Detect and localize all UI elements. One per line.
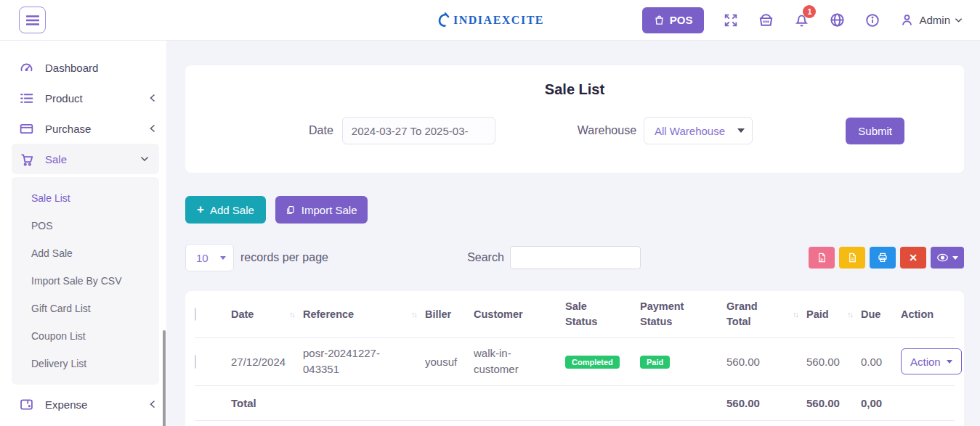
submenu-item-import-sale-by-csv[interactable]: Import Sale By CSV	[31, 267, 159, 295]
paste-icon	[286, 205, 296, 216]
sort-icon[interactable]: ↑↓	[847, 310, 852, 319]
total-paid: 560.00	[806, 385, 861, 420]
page-title: Sale List	[185, 81, 964, 98]
caret-down-icon	[220, 256, 226, 260]
sort-icon[interactable]: ↑↓	[289, 310, 294, 319]
top-header: INDIAEXCITE POS 1 Admin	[0, 0, 980, 41]
sidebar-item-product[interactable]: Product	[0, 83, 166, 113]
sales-table: Date↑↓ Reference↑↓ Biller Customer Sale …	[195, 291, 955, 421]
cell-customer: walk-in-customer	[474, 337, 565, 385]
warehouse-label: Warehouse	[578, 124, 636, 137]
table-total-row: Total 560.00 560.00 0,00	[195, 385, 955, 420]
row-checkbox[interactable]	[195, 355, 196, 369]
sidebar: Dashboard Product Purchase Sale	[0, 41, 166, 426]
sidebar-item-purchase[interactable]: Purchase	[0, 113, 166, 144]
globe-icon[interactable]	[829, 12, 846, 28]
warehouse-select[interactable]: All Warehouse	[644, 117, 753, 144]
add-sale-button[interactable]: + Add Sale	[185, 196, 266, 224]
column-visibility-button[interactable]	[931, 247, 964, 269]
header-paid[interactable]: Paid↑↓	[806, 291, 861, 337]
header-date[interactable]: Date↑↓	[231, 291, 303, 337]
header-customer: Customer	[474, 291, 565, 337]
eye-icon	[936, 253, 949, 263]
sidebar-item-expense[interactable]: Expense	[0, 389, 166, 419]
import-sale-button[interactable]: Import Sale	[275, 196, 368, 224]
user-name: Admin	[919, 14, 950, 26]
sort-icon[interactable]: ↑↓	[411, 310, 416, 319]
main-content: Sale List Date Warehouse All Warehouse S…	[166, 41, 980, 426]
date-range-input[interactable]	[342, 117, 495, 144]
table-row: 27/12/2024 posr-20241227-043351 yousuf w…	[195, 337, 955, 385]
submenu-item-delivery-list[interactable]: Delivery List	[31, 350, 159, 377]
cell-due: 0.00	[861, 337, 901, 385]
header-grand-total[interactable]: Grand Total↑↓	[726, 291, 806, 337]
sidebar-scrollbar[interactable]	[163, 330, 166, 426]
table-header-row: Date↑↓ Reference↑↓ Biller Customer Sale …	[195, 291, 955, 337]
header-payment-status: Payment Status	[640, 291, 726, 337]
sidebar-item-sale[interactable]: Sale	[12, 144, 159, 174]
caret-down-icon	[737, 128, 745, 133]
sale-list-filter-panel: Sale List Date Warehouse All Warehouse S…	[185, 65, 964, 173]
list-icon	[19, 91, 34, 106]
clear-filter-button[interactable]: ✕	[900, 247, 926, 269]
close-icon: ✕	[909, 252, 918, 263]
notification-bell-icon[interactable]: 1	[793, 12, 810, 28]
list-controls: 10 records per page Search	[185, 244, 964, 271]
chevron-down-icon	[140, 155, 149, 163]
page-size-select[interactable]: 10	[185, 244, 234, 271]
sale-table-panel: Date↑↓ Reference↑↓ Biller Customer Sale …	[185, 291, 964, 426]
submenu-item-sale-list[interactable]: Sale List	[31, 184, 159, 212]
submenu-item-pos[interactable]: POS	[31, 212, 159, 239]
submenu-item-coupon-list[interactable]: Coupon List	[31, 322, 159, 350]
total-due: 0,00	[861, 385, 901, 420]
sale-submenu: Sale List POS Add Sale Import Sale By CS…	[12, 177, 159, 385]
sidebar-item-dashboard[interactable]: Dashboard	[0, 52, 166, 83]
dashboard-icon	[19, 60, 34, 75]
select-all-checkbox[interactable]	[195, 308, 196, 321]
app-logo: INDIAEXCITE	[436, 12, 544, 29]
row-action-button[interactable]: Action	[901, 348, 962, 374]
user-menu[interactable]: Admin	[899, 12, 963, 28]
date-label: Date	[309, 124, 333, 137]
pos-button[interactable]: POS	[642, 7, 705, 33]
cell-paid: 560.00	[806, 337, 861, 385]
submit-button[interactable]: Submit	[846, 118, 904, 144]
info-icon[interactable]	[864, 12, 880, 28]
caret-down-icon	[947, 360, 952, 364]
export-pdf-button[interactable]	[809, 247, 835, 269]
shopping-bag-icon	[654, 15, 665, 25]
payment-status-badge: Paid	[640, 356, 670, 369]
header-reference[interactable]: Reference↑↓	[303, 291, 425, 337]
plus-icon: +	[197, 202, 204, 217]
printer-icon	[877, 252, 888, 263]
cell-sale-status: Completed	[565, 337, 640, 385]
basket-icon[interactable]	[758, 12, 774, 28]
toolbar: + Add Sale Import Sale	[185, 196, 964, 224]
chevron-left-icon	[149, 124, 156, 133]
credit-card-icon	[19, 121, 34, 136]
sale-status-badge: Completed	[565, 356, 620, 369]
header-due: Due	[861, 291, 901, 337]
notification-count-badge: 1	[803, 5, 816, 18]
hamburger-icon	[26, 15, 39, 25]
wallet-icon	[19, 397, 34, 412]
fullscreen-icon[interactable]	[723, 12, 739, 28]
print-button[interactable]	[870, 247, 896, 269]
chevron-left-icon	[149, 400, 156, 409]
submenu-item-add-sale[interactable]: Add Sale	[31, 239, 159, 267]
search-input[interactable]	[510, 246, 641, 269]
cart-icon	[19, 152, 34, 167]
logo-text: INDIAEXCITE	[453, 14, 544, 27]
export-csv-button[interactable]	[839, 247, 865, 269]
user-icon	[899, 12, 915, 28]
header-sale-status: Sale Status	[565, 291, 640, 337]
chevron-down-icon	[955, 17, 963, 23]
sort-icon[interactable]: ↑↓	[793, 310, 798, 319]
cell-payment-status: Paid	[640, 337, 726, 385]
menu-toggle-button[interactable]	[19, 7, 46, 33]
submenu-item-gift-card-list[interactable]: Gift Card List	[31, 295, 159, 322]
total-label: Total	[231, 385, 303, 420]
chevron-left-icon	[149, 94, 156, 102]
pdf-file-icon	[817, 252, 827, 263]
header-biller: Biller	[425, 291, 474, 337]
